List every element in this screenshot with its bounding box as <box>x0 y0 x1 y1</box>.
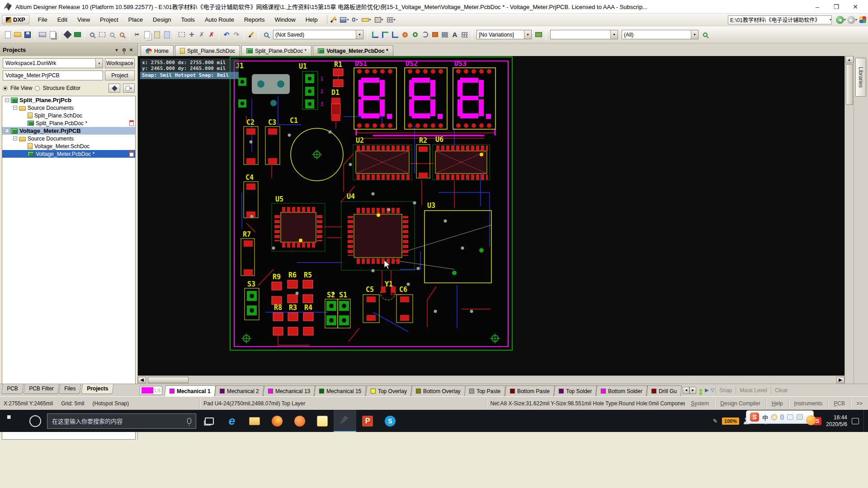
microphone-icon[interactable] <box>187 418 191 424</box>
dimension-button[interactable] <box>460 30 470 40</box>
deselect-button[interactable]: ✗ <box>197 30 207 40</box>
cortana-button[interactable] <box>25 410 45 432</box>
clear-filter-button[interactable]: ✗ <box>207 30 217 40</box>
back-button[interactable]: ◄ <box>836 16 844 24</box>
menu-tools[interactable]: Tools <box>176 14 200 25</box>
minimize-button[interactable]: – <box>808 1 826 13</box>
layer-tab-mechanical-13[interactable]: Mechanical 13 <box>263 385 316 396</box>
taskbar-search-input[interactable]: 在这里输入你要搜索的内容 <box>47 413 196 429</box>
panel-tab-files[interactable]: Files <box>59 384 81 394</box>
menu-design[interactable]: Design <box>148 14 176 25</box>
horizontal-scroll-thumb[interactable] <box>148 377 189 383</box>
pencil-button[interactable] <box>246 30 256 40</box>
route-diff-button[interactable] <box>390 30 400 40</box>
zoom-selection-button[interactable] <box>107 30 117 40</box>
copy-button[interactable] <box>142 30 152 40</box>
menu-project[interactable]: Project <box>95 14 123 25</box>
sogou-mic-icon[interactable] <box>780 414 784 420</box>
undo-button[interactable]: ↶ <box>222 30 231 40</box>
find-tool-button[interactable]: ▾ <box>351 17 359 23</box>
component-U6[interactable] <box>433 145 490 180</box>
component-D1[interactable] <box>331 98 340 121</box>
battery-badge[interactable]: 100% <box>722 418 739 425</box>
status-button-instruments[interactable]: Instruments <box>788 399 828 408</box>
redo-button[interactable]: ↷ <box>231 30 241 40</box>
place-arc-button[interactable] <box>420 30 430 40</box>
sogou-emoji-icon[interactable] <box>771 414 777 420</box>
doc-tab-split-plane-schdoc[interactable]: Split_Plane.SchDoc <box>175 45 240 56</box>
save-button[interactable] <box>23 30 33 40</box>
menu-place[interactable]: Place <box>123 14 148 25</box>
layer-tab-top-paste[interactable]: Top Paste <box>464 385 506 396</box>
filter-combo[interactable]: ▾ <box>550 30 618 39</box>
place-via-button[interactable] <box>410 30 420 40</box>
panel-close-button[interactable]: ✕ <box>127 46 135 53</box>
place-fill-button[interactable] <box>430 30 440 40</box>
layer-tab-mechanical-2[interactable]: Mechanical 2 <box>215 385 264 396</box>
status-button-design-compiler[interactable]: Design Compiler <box>714 399 766 408</box>
layer-tab-bottom-paste[interactable]: Bottom Paste <box>505 385 555 396</box>
doc-tab-split-plane-pcbdoc[interactable]: Split_Plane.PcbDoc * <box>241 45 311 56</box>
place-pad-button[interactable] <box>400 30 410 40</box>
forward-button[interactable]: ► <box>847 16 855 24</box>
layer-tab-mechanical-15[interactable]: Mechanical 15 <box>314 385 367 396</box>
scroll-up-button[interactable]: ▲ <box>845 56 854 63</box>
variations-combo[interactable]: [No Variations]▾ <box>476 30 532 39</box>
place-array-button[interactable] <box>440 30 450 40</box>
print-preview-button[interactable] <box>47 30 57 40</box>
layer-tab-top-overlay[interactable]: Top Overlay <box>365 385 412 396</box>
vertical-scrollbar[interactable]: ▲ ▼ <box>844 56 854 432</box>
taskbar-clock[interactable]: 16:44 2020/5/6 <box>826 414 847 428</box>
layer-tab-mechanical-1[interactable]: Mechanical 1 <box>165 385 216 396</box>
scroll-left-button[interactable]: ◄ <box>138 377 146 383</box>
layer-set-box[interactable]: LS <box>140 386 162 395</box>
menu-auto-route[interactable]: Auto Route <box>200 14 239 25</box>
variant-button[interactable] <box>533 30 543 40</box>
horizontal-scrollbar[interactable]: ◄ ► <box>138 375 844 384</box>
cursor-tool-button[interactable]: ▾ <box>331 15 338 24</box>
layer-button-mask-level[interactable]: Mask Level <box>736 386 771 394</box>
grid-tool-button[interactable]: ▾ <box>386 16 397 23</box>
menu-help[interactable]: Help <box>301 14 323 25</box>
board-tool-button[interactable]: ▾ <box>373 16 385 23</box>
layer-tab-top-solder[interactable]: Top Solder <box>554 385 597 396</box>
paste-array-button[interactable] <box>162 30 172 40</box>
zoom-area-button[interactable] <box>87 30 97 40</box>
board-view-button[interactable] <box>72 30 82 40</box>
panel-tab-pcb[interactable]: PCB <box>1 384 24 394</box>
layer-tab-drill-gu[interactable]: Drill Gu <box>646 385 682 396</box>
layer-scroll-right-button[interactable]: ► <box>689 387 696 394</box>
notification-center-icon[interactable] <box>852 418 859 424</box>
show-desktop-strip[interactable] <box>863 410 866 432</box>
status-button-pcb[interactable]: PCB <box>828 399 850 408</box>
route-t-button[interactable] <box>380 30 390 40</box>
favorites-path-combo[interactable]: E:\01教学材料\《电子设计辅助软件》▾ <box>728 15 832 24</box>
layer-button-clear[interactable]: Clear <box>771 386 792 394</box>
edge-button[interactable]: e <box>221 410 243 432</box>
libraries-tab[interactable]: Libraries <box>855 58 866 97</box>
layer-scroll-left-button[interactable]: ◄ <box>683 387 689 394</box>
apply-filter-button[interactable] <box>700 30 710 40</box>
status-button-system[interactable]: System <box>685 399 714 408</box>
sogou-lang-toggle[interactable]: 中 <box>762 413 768 422</box>
menu-view[interactable]: View <box>72 14 95 25</box>
doc-tab-home[interactable]: Home <box>141 45 174 56</box>
fit-document-button[interactable] <box>62 30 72 40</box>
start-button[interactable] <box>0 410 25 432</box>
layer-button-snap[interactable]: Snap <box>715 386 736 394</box>
layers-tool-button[interactable]: ▾ <box>339 16 350 23</box>
zoom-points-button[interactable] <box>117 30 127 40</box>
menu-file[interactable]: File <box>33 14 52 25</box>
menu-reports[interactable]: Reports <box>239 14 270 25</box>
scroll-right-button[interactable]: ► <box>836 377 844 383</box>
layer-pair-icon[interactable] <box>699 389 702 392</box>
open-button[interactable] <box>13 30 23 40</box>
pen-icon[interactable]: ✎ <box>713 418 717 424</box>
cut-button[interactable]: ✂ <box>132 30 142 40</box>
layer-tab-bottom-solder[interactable]: Bottom Solder <box>596 385 648 396</box>
layer-tab-bottom-overlay[interactable]: Bottom Overlay <box>410 385 465 396</box>
close-button[interactable]: ✕ <box>846 1 864 13</box>
sogou-toolbox-icon[interactable] <box>797 414 803 420</box>
vertical-scroll-thumb[interactable] <box>846 64 853 105</box>
ruler-tool-button[interactable]: ▾ <box>360 17 373 23</box>
